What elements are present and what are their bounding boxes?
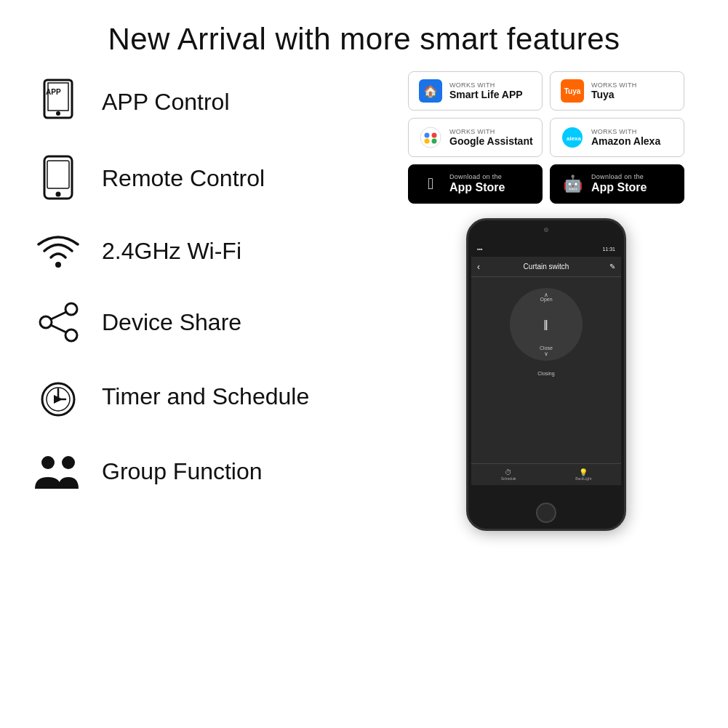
phone-back-button[interactable]: ‹ <box>477 262 480 272</box>
remote-icon <box>29 155 87 202</box>
smartlife-badge-icon: 🏠 <box>417 78 444 104</box>
page-title: New Arrival with more smart features <box>0 0 728 71</box>
phone-title: Curtain switch <box>524 263 569 271</box>
svg-point-7 <box>55 262 61 268</box>
smartlife-badge-text: WORKS WITH Smart Life APP <box>449 81 523 101</box>
svg-point-19 <box>425 133 430 138</box>
svg-rect-5 <box>47 161 69 188</box>
phone-backlight-label: BackLight <box>575 476 591 481</box>
app-icon: APP <box>29 79 87 126</box>
android-store-badge-text: Download on the App Store <box>591 173 647 194</box>
feature-app-control: APP APP Control <box>29 79 393 126</box>
android-store-name: App Store <box>591 180 647 194</box>
svg-point-21 <box>425 139 430 144</box>
apple-store-download-text: Download on the <box>449 173 505 180</box>
phone-control-circle[interactable]: ∧ Open ‖ Close ∨ <box>510 288 583 361</box>
phone-mockup: ▪▪▪ 11:31 ‹ Curtain switch ✎ ∧ Open ‖ Cl… <box>466 218 626 531</box>
alexa-works-with: WORKS WITH <box>591 128 660 135</box>
wifi-icon <box>29 231 87 271</box>
svg-point-3 <box>56 111 60 116</box>
apple-store-name: App Store <box>449 180 505 194</box>
phone-nav-schedule[interactable]: ⏱ Schedule <box>501 468 516 481</box>
alexa-badge-text: WORKS WITH Amazon Alexa <box>591 128 660 148</box>
phone-screen: ▪▪▪ 11:31 ‹ Curtain switch ✎ ∧ Open ‖ Cl… <box>471 241 621 485</box>
feature-wifi: 2.4GHz Wi-Fi <box>29 231 393 271</box>
feature-device-share: Device Share <box>29 300 393 344</box>
apple-badge-icon:  <box>417 171 444 197</box>
phone-down-arrow: ∨ <box>544 351 548 357</box>
badges-grid: 🏠 WORKS WITH Smart Life APP Tuya WORKS W… <box>408 71 684 204</box>
svg-point-8 <box>65 303 77 315</box>
features-panel: APP APP Control Remote Control <box>29 71 393 531</box>
badge-appstore-apple[interactable]:  Download on the App Store <box>408 164 543 204</box>
android-store-download-text: Download on the <box>591 173 647 180</box>
badge-appstore-android[interactable]: 🤖 Download on the App Store <box>550 164 684 204</box>
android-badge-icon: 🤖 <box>559 171 585 197</box>
feature-group: Group Function <box>29 449 393 493</box>
phone-pause-icon: ‖ <box>543 319 550 330</box>
group-label: Group Function <box>102 458 263 485</box>
badge-tuya: Tuya WORKS WITH Tuya <box>550 71 684 111</box>
svg-line-12 <box>51 325 66 332</box>
phone-bottom-nav: ⏱ Schedule 💡 BackLight <box>471 463 621 485</box>
group-icon <box>29 449 87 493</box>
phone-header: ‹ Curtain switch ✎ <box>471 257 621 277</box>
svg-point-20 <box>432 133 437 138</box>
feature-remote-control: Remote Control <box>29 155 393 202</box>
phone-backlight-icon: 💡 <box>579 468 588 476</box>
phone-close-label: Close <box>540 345 553 351</box>
phone-edit-button[interactable]: ✎ <box>609 263 615 271</box>
svg-rect-1 <box>48 83 68 111</box>
badge-google: WORKS WITH Google Assistant <box>408 118 543 157</box>
smartlife-name: Smart Life APP <box>449 89 523 101</box>
svg-point-16 <box>41 456 55 469</box>
tuya-badge-icon: Tuya <box>559 78 585 104</box>
apple-store-badge-text: Download on the App Store <box>449 173 505 194</box>
alexa-badge-icon: alexa <box>559 124 585 151</box>
svg-point-6 <box>56 192 61 197</box>
badge-alexa: alexa WORKS WITH Amazon Alexa <box>550 118 684 157</box>
phone-schedule-icon: ⏱ <box>505 468 512 476</box>
phone-status-bar: ▪▪▪ 11:31 <box>471 241 621 257</box>
svg-point-22 <box>432 139 437 144</box>
feature-timer: Timer and Schedule <box>29 373 393 420</box>
google-badge-text: WORKS WITH Google Assistant <box>449 128 533 148</box>
google-name: Google Assistant <box>449 135 533 148</box>
timer-icon <box>29 373 87 420</box>
alexa-name: Amazon Alexa <box>591 135 660 148</box>
phone-status-time: 11:31 <box>602 247 615 252</box>
app-control-label: APP Control <box>102 89 230 116</box>
remote-control-label: Remote Control <box>102 165 265 192</box>
smartlife-works-with: WORKS WITH <box>449 81 523 89</box>
svg-point-9 <box>65 329 77 341</box>
phone-status-signal: ▪▪▪ <box>477 247 482 252</box>
svg-text:APP: APP <box>46 88 61 96</box>
phone-content: ∧ Open ‖ Close ∨ Closing <box>471 277 621 376</box>
wifi-label: 2.4GHz Wi-Fi <box>102 238 241 265</box>
phone-nav-backlight[interactable]: 💡 BackLight <box>575 468 591 481</box>
svg-text:alexa: alexa <box>567 135 582 142</box>
google-works-with: WORKS WITH <box>449 128 533 135</box>
svg-point-18 <box>420 127 441 148</box>
phone-closing-label: Closing <box>537 371 554 376</box>
svg-point-10 <box>40 316 52 328</box>
phone-camera <box>544 228 548 232</box>
svg-point-17 <box>62 456 75 469</box>
tuya-badge-text: WORKS WITH Tuya <box>591 81 637 101</box>
right-panel: 🏠 WORKS WITH Smart Life APP Tuya WORKS W… <box>393 71 699 531</box>
timer-label: Timer and Schedule <box>102 383 309 410</box>
share-icon <box>29 300 87 344</box>
device-share-label: Device Share <box>102 309 241 336</box>
badge-smartlife: 🏠 WORKS WITH Smart Life APP <box>408 71 543 111</box>
tuya-name: Tuya <box>591 89 637 101</box>
svg-line-11 <box>51 312 66 319</box>
phone-open-label: Open <box>540 297 552 302</box>
tuya-works-with: WORKS WITH <box>591 81 637 89</box>
google-badge-icon <box>417 124 444 151</box>
phone-home-button[interactable] <box>536 503 556 523</box>
phone-schedule-label: Schedule <box>501 476 516 481</box>
